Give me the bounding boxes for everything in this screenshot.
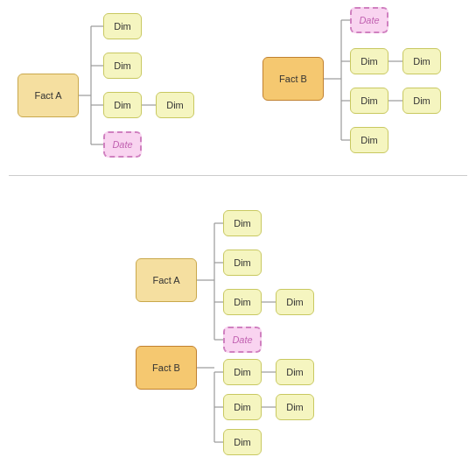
- top-left-dim-1: Dim: [103, 13, 142, 39]
- bottom-dim-b5: Dim: [223, 429, 262, 455]
- top-right-dim-2: Dim: [402, 48, 441, 74]
- bottom-dim-a1: Dim: [223, 210, 262, 236]
- bottom-dim-a3: Dim: [223, 289, 262, 315]
- section-divider: [9, 175, 467, 176]
- top-right-dim-5: Dim: [350, 127, 388, 153]
- bottom-dim-a4: Dim: [276, 289, 314, 315]
- bottom-dim-b3: Dim: [223, 394, 262, 420]
- top-left-date: Date: [103, 131, 142, 158]
- diagram-area: Fact A Dim Dim Dim Dim Date Fact B Date …: [0, 0, 476, 464]
- top-right-date: Date: [350, 7, 388, 33]
- top-left-dim-2: Dim: [103, 53, 142, 79]
- bottom-fact-a: Fact A: [136, 258, 197, 302]
- bottom-dim-a2: Dim: [223, 250, 262, 276]
- bottom-date-a: Date: [223, 327, 262, 353]
- bottom-dim-b1: Dim: [223, 359, 262, 385]
- bottom-fact-b: Fact B: [136, 346, 197, 390]
- top-right-dim-1: Dim: [350, 48, 388, 74]
- top-left-dim-4: Dim: [156, 92, 194, 118]
- top-right-dim-4: Dim: [402, 88, 441, 114]
- top-left-fact-a: Fact A: [18, 74, 79, 117]
- top-right-fact-b: Fact B: [262, 57, 324, 101]
- bottom-dim-b4: Dim: [276, 394, 314, 420]
- top-left-dim-3: Dim: [103, 92, 142, 118]
- bottom-dim-b2: Dim: [276, 359, 314, 385]
- top-right-dim-3: Dim: [350, 88, 388, 114]
